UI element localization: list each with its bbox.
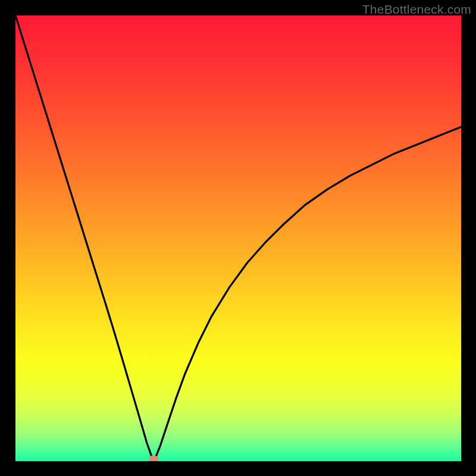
bottleneck-chart [15, 15, 461, 461]
chart-frame [15, 15, 461, 461]
gradient-background [15, 15, 461, 461]
watermark-text: TheBottleneck.com [362, 2, 471, 17]
